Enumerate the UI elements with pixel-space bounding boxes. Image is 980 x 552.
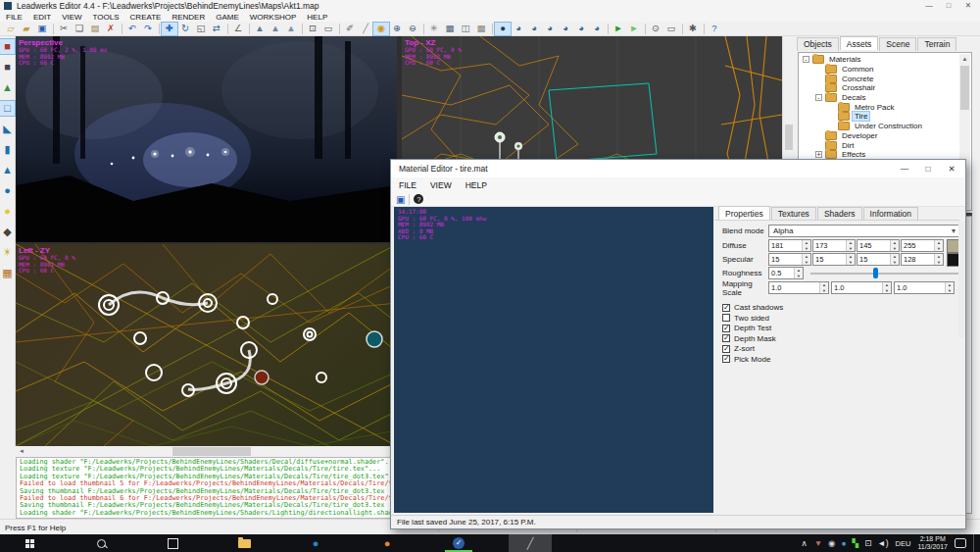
material-preview[interactable]: 14:17:08GPU : 60 FC, 0 %, 100 mhwMEM : 8…	[394, 207, 713, 513]
checkmark-app-icon[interactable]: ✓	[437, 534, 480, 552]
box-brush-icon[interactable]: ■	[4, 41, 11, 52]
redo-icon[interactable]: ↷	[144, 24, 152, 33]
tray-app2-icon[interactable]: ●	[841, 539, 846, 548]
table-icon[interactable]: ▦	[477, 24, 486, 33]
leadwerks-app-icon[interactable]: ╱	[509, 534, 552, 552]
specular-value-spinner[interactable]: 15 ▴▾	[768, 253, 811, 266]
spinner-arrows-icon[interactable]: ▴▾	[890, 254, 899, 265]
tree-item[interactable]: Tire	[799, 112, 971, 122]
console-log[interactable]: Loading shader "F:/Leadwerks/Projects/Be…	[16, 457, 397, 519]
properties-scrollbar[interactable]	[958, 221, 964, 338]
action-center-icon[interactable]	[955, 538, 966, 548]
mapping-scale-spinner[interactable]: 1.0 ▴▾	[768, 281, 829, 294]
zoom-out-icon[interactable]: ⊖	[409, 24, 416, 33]
view-mode-icon-2[interactable]: ◕	[515, 24, 521, 33]
roughness-slider-thumb[interactable]	[873, 268, 878, 278]
tree-item[interactable]: - Materials	[799, 55, 971, 65]
clock[interactable]: 2:18 PM 11/3/2017	[917, 535, 948, 551]
menu-item[interactable]: FILE	[399, 180, 416, 190]
close-button[interactable]: ✕	[958, 0, 978, 12]
menu-item[interactable]: WORKSHOP	[250, 13, 297, 22]
panel-tab[interactable]: Terrain	[917, 37, 956, 51]
zoom-in-icon[interactable]: ⊕	[393, 24, 401, 33]
wire-box-icon[interactable]: □	[4, 103, 11, 114]
new-icon[interactable]: ▱	[7, 24, 14, 33]
angle-snap-icon[interactable]: ∠	[234, 24, 243, 33]
menu-item[interactable]: HELP	[307, 13, 327, 22]
view-mode-icon-5[interactable]: ◕	[563, 24, 568, 33]
lock-icon[interactable]: ◉	[377, 24, 385, 33]
scroll-up-icon[interactable]: ▲	[959, 54, 970, 64]
firefox-icon[interactable]: ●	[366, 534, 409, 552]
task-view-button[interactable]	[151, 534, 194, 552]
tree-item[interactable]: Crosshair	[799, 83, 971, 93]
expand-icon[interactable]: ✳	[430, 24, 438, 33]
menu-item[interactable]: VIEW	[62, 13, 81, 22]
cylinder-icon[interactable]: ▮	[4, 144, 10, 155]
tree-item[interactable]: Concrete	[799, 74, 971, 83]
menu-item[interactable]: RENDER	[172, 13, 205, 22]
copy-icon[interactable]: ❏	[75, 24, 84, 33]
save-icon[interactable]: ▣	[38, 24, 47, 33]
checkbox[interactable]	[722, 314, 730, 322]
spinner-arrows-icon[interactable]: ▴▾	[945, 282, 954, 293]
carve-icon[interactable]: ⊡	[309, 24, 317, 33]
checkbox[interactable]	[722, 334, 730, 342]
menu-item[interactable]: GAME	[216, 13, 239, 22]
view-mode-icon-3[interactable]: ◕	[531, 24, 537, 33]
tree-expander-icon[interactable]: -	[815, 94, 822, 101]
steam-icon[interactable]: ◉	[828, 539, 835, 548]
tree-item[interactable]: - Decals	[799, 93, 971, 103]
material-tab[interactable]: Information	[863, 207, 919, 221]
line-tool-icon[interactable]: ╱	[363, 24, 368, 33]
thunderbird-icon[interactable]: ●	[294, 534, 337, 552]
menu-item[interactable]: FILE	[6, 13, 23, 22]
tree-expander-icon[interactable]: -	[803, 56, 809, 63]
cone-icon[interactable]: ▲	[2, 165, 13, 176]
mapping-scale-spinner[interactable]: 1.0 ▴▾	[831, 281, 892, 294]
dialog-maximize-button[interactable]: □	[916, 160, 940, 177]
save-icon[interactable]: ▣	[396, 194, 405, 205]
wedge-icon[interactable]: ◣	[3, 124, 11, 134]
move-tool-icon[interactable]: ✚	[166, 24, 173, 33]
maximize-button[interactable]: □	[939, 0, 958, 12]
fullscreen-icon[interactable]: ▭	[667, 24, 676, 33]
blend-mode-select[interactable]: Alpha	[768, 225, 959, 237]
panel-tab[interactable]: Assets	[840, 36, 879, 50]
tree-item[interactable]: Under Construction	[799, 122, 971, 131]
minimize-button[interactable]: —	[919, 0, 939, 12]
render-icon[interactable]: ⊙	[652, 24, 660, 33]
vertex-tool-icon[interactable]: ▲	[255, 24, 264, 33]
rotate-tool-icon[interactable]: ↻	[181, 24, 189, 33]
tree-item[interactable]: Common	[799, 65, 971, 75]
tree-item[interactable]: Developer	[799, 131, 971, 141]
layout-icon[interactable]: ◫	[462, 24, 470, 33]
menu-item[interactable]: HELP	[466, 180, 487, 190]
specular-value-spinner[interactable]: 128 ▴▾	[901, 253, 944, 266]
network-icon[interactable]: ⊡	[864, 539, 871, 548]
scale-tool-icon[interactable]: ◱	[197, 24, 206, 33]
translate-axis-icon[interactable]: ⇄	[213, 24, 220, 33]
view-mode-icon-1[interactable]: ●	[500, 24, 506, 33]
mapping-scale-spinner[interactable]: 1.0 ▴▾	[894, 281, 955, 294]
roughness-slider[interactable]	[810, 267, 959, 279]
cut-icon[interactable]: ✂	[60, 24, 68, 33]
face-tool-icon[interactable]: ▲	[286, 24, 295, 33]
material-tab[interactable]: Properties	[718, 206, 770, 220]
view-mode-icon-6[interactable]: ◕	[578, 24, 584, 33]
search-button[interactable]	[79, 534, 122, 552]
show-desktop-button[interactable]	[973, 534, 977, 552]
dialog-close-button[interactable]: ✕	[940, 160, 963, 177]
tree-item[interactable]: Dirt	[799, 140, 971, 150]
spinner-arrows-icon[interactable]: ▴▾	[802, 240, 810, 251]
paint-tool-icon[interactable]: ✐	[346, 24, 354, 33]
spinner-arrows-icon[interactable]: ▴▾	[934, 240, 943, 251]
viewport-perspective[interactable]: Perspective GPU : 60 FC, 2 %, 1.09 msMEM…	[16, 36, 397, 242]
file-explorer-button[interactable]	[222, 534, 266, 552]
scrollbar-thumb[interactable]	[960, 66, 969, 110]
view-mode-icon-7[interactable]: ◕	[594, 24, 600, 33]
undo-icon[interactable]: ↶	[128, 24, 136, 33]
spotlight-icon[interactable]: ◆	[3, 226, 11, 237]
volume-icon[interactable]: ◄)	[877, 539, 888, 548]
spinner-arrows-icon[interactable]: ▴▾	[890, 240, 899, 251]
